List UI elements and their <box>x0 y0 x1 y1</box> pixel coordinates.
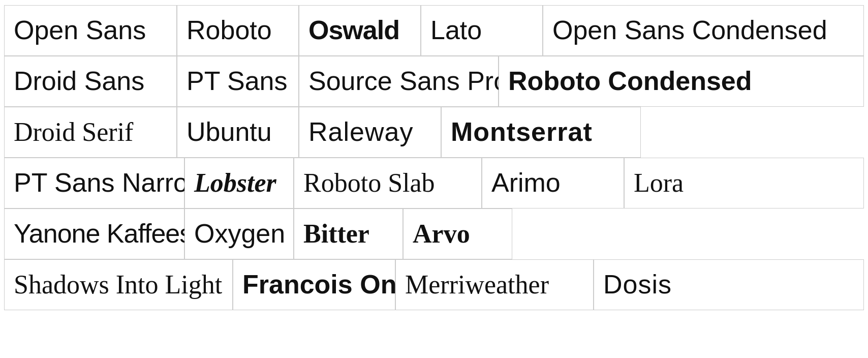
font-label-montserrat: Montserrat <box>451 117 593 146</box>
font-cell-open-sans[interactable]: Open Sans <box>4 5 177 56</box>
font-row-6: Shadows Into Light Francois One Merriwea… <box>4 259 864 310</box>
font-label-ubuntu: Ubuntu <box>187 117 272 146</box>
font-label-droid-sans: Droid Sans <box>14 67 144 96</box>
font-cell-droid-serif[interactable]: Droid Serif <box>4 107 177 158</box>
font-label-pt-sans-narrow: PT Sans Narrow <box>14 168 207 197</box>
font-label-raleway: Raleway <box>308 117 413 146</box>
font-cell-yanone[interactable]: Yanone Kaffeesatz <box>4 208 184 259</box>
font-label-oxygen: Oxygen <box>194 219 285 248</box>
font-label-dosis: Dosis <box>603 270 672 299</box>
font-cell-lobster[interactable]: Lobster <box>184 158 294 208</box>
font-label-arvo: Arvo <box>413 219 470 248</box>
font-cell-roboto-condensed[interactable]: Roboto Condensed <box>499 56 864 107</box>
font-label-arimo: Arimo <box>491 168 561 197</box>
font-label-oswald: Oswald <box>308 16 399 45</box>
font-label-bitter: Bitter <box>303 219 369 248</box>
font-row-4: PT Sans Narrow Lobster Roboto Slab Arimo… <box>4 158 864 208</box>
font-label-roboto-condensed: Roboto Condensed <box>508 67 752 96</box>
font-cell-francois[interactable]: Francois One <box>233 259 395 310</box>
font-cell-ubuntu[interactable]: Ubuntu <box>177 107 299 158</box>
font-cell-merriweather[interactable]: Merriweather <box>395 259 594 310</box>
font-cell-raleway[interactable]: Raleway <box>299 107 441 158</box>
font-cell-lato[interactable]: Lato <box>421 5 543 56</box>
font-label-roboto-slab: Roboto Slab <box>303 168 435 197</box>
font-label-francois: Francois One <box>242 270 411 299</box>
font-cell-droid-sans[interactable]: Droid Sans <box>4 56 177 107</box>
font-cell-oswald[interactable]: Oswald <box>299 5 421 56</box>
font-cell-pt-sans[interactable]: PT Sans <box>177 56 299 107</box>
font-cell-oxygen[interactable]: Oxygen <box>184 208 294 259</box>
font-label-open-sans-condensed: Open Sans Condensed <box>552 16 827 45</box>
font-row-5: Yanone Kaffeesatz Oxygen Bitter Arvo <box>4 208 864 259</box>
font-cell-arvo[interactable]: Arvo <box>403 208 512 259</box>
font-row-3: Droid Serif Ubuntu Raleway Montserrat <box>4 107 864 158</box>
font-cell-lora[interactable]: Lora <box>624 158 864 208</box>
font-cell-shadows[interactable]: Shadows Into Light <box>4 259 233 310</box>
font-label-roboto: Roboto <box>187 16 272 45</box>
font-cell-montserrat[interactable]: Montserrat <box>441 107 641 158</box>
font-cell-roboto[interactable]: Roboto <box>177 5 299 56</box>
font-cell-source-sans-pro[interactable]: Source Sans Pro <box>299 56 499 107</box>
font-grid: Open Sans Roboto Oswald Lato Open Sans C… <box>4 5 864 310</box>
font-label-lobster: Lobster <box>194 168 276 197</box>
font-label-pt-sans: PT Sans <box>187 67 287 96</box>
font-cell-pt-sans-narrow[interactable]: PT Sans Narrow <box>4 158 184 208</box>
font-label-shadows: Shadows Into Light <box>14 270 222 299</box>
font-cell-arimo[interactable]: Arimo <box>482 158 624 208</box>
font-cell-roboto-slab[interactable]: Roboto Slab <box>294 158 482 208</box>
font-label-droid-serif: Droid Serif <box>14 117 133 146</box>
font-cell-open-sans-condensed[interactable]: Open Sans Condensed <box>543 5 864 56</box>
font-label-lato: Lato <box>430 16 482 45</box>
font-label-source-sans-pro: Source Sans Pro <box>308 67 508 96</box>
font-label-merriweather: Merriweather <box>405 270 549 299</box>
font-label-lora: Lora <box>634 168 684 197</box>
font-cell-bitter[interactable]: Bitter <box>294 208 403 259</box>
font-label-open-sans: Open Sans <box>14 16 146 45</box>
font-row-1: Open Sans Roboto Oswald Lato Open Sans C… <box>4 5 864 56</box>
font-cell-dosis[interactable]: Dosis <box>594 259 864 310</box>
font-row-2: Droid Sans PT Sans Source Sans Pro Robot… <box>4 56 864 107</box>
